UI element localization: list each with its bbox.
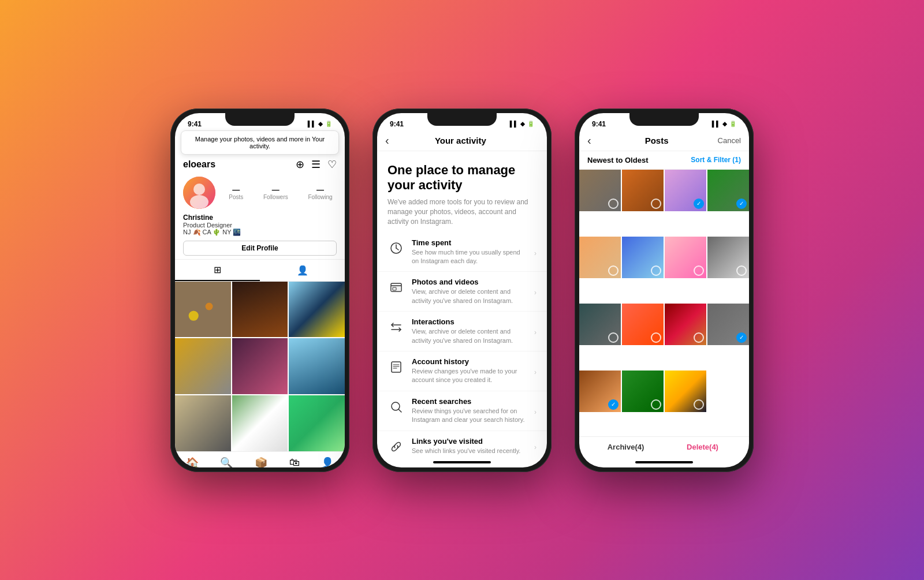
status-time-2: 9:41: [390, 120, 404, 128]
svg-point-1: [193, 184, 205, 195]
username: eloears: [183, 159, 215, 170]
photo-cell-1: [175, 282, 231, 338]
select-circle-15: [694, 399, 704, 410]
nav-store[interactable]: 📦: [255, 456, 267, 467]
select-circle-2: [651, 199, 661, 209]
nav-home[interactable]: 🏠: [186, 456, 199, 467]
post-cell-5[interactable]: [579, 237, 621, 278]
post-cell-1[interactable]: [579, 170, 621, 211]
bottom-nav: 🏠 🔍 📦 🛍 👤: [175, 451, 345, 467]
photo-cell-4: [175, 338, 231, 394]
posts-subheader: Newest to Oldest Sort & Filter (1): [579, 151, 749, 170]
activity-item-photos[interactable]: Photos and videos View, archive or delet…: [377, 272, 547, 312]
tooltip-bubble: Manage your photos, videos and more in Y…: [181, 130, 339, 155]
post-cell-7[interactable]: [665, 237, 706, 278]
svg-line-8: [396, 248, 398, 250]
chevron-time-spent: ›: [534, 249, 536, 257]
post-cell-4[interactable]: ✓: [707, 170, 749, 211]
activity-desc-recent-searches: Review things you've searched for on Ins…: [412, 407, 527, 425]
post-cell-9[interactable]: [579, 304, 621, 345]
post-cell-12[interactable]: ✓: [707, 304, 749, 345]
photo-cell-5: [232, 338, 288, 394]
photo-cell-3: [289, 282, 345, 338]
select-circle-10: [651, 332, 661, 343]
screen-title-activity: Your activity: [394, 136, 527, 145]
activity-item-links[interactable]: Links you've visited See which links you…: [377, 431, 547, 457]
posts-back-button[interactable]: ‹: [587, 134, 591, 147]
phone-3: 9:41 ▌▌ ◆ 🔋 ‹ Posts Cancel Newest to Old…: [575, 108, 754, 472]
activity-list: Time spent See how much time you usually…: [377, 233, 547, 457]
heart-icon[interactable]: ♡: [327, 158, 337, 171]
post-cell-3[interactable]: ✓: [665, 170, 706, 211]
nav-search[interactable]: 🔍: [220, 456, 233, 467]
status-icons-3: ▌▌ ◆ 🔋: [712, 121, 736, 127]
select-circle-7: [694, 265, 704, 276]
activity-item-recent-searches[interactable]: Recent searches Review things you've sea…: [377, 391, 547, 431]
activity-text-photos: Photos and videos View, archive or delet…: [412, 278, 527, 305]
post-cell-6[interactable]: [622, 237, 664, 278]
activity-name-account-history: Account history: [412, 357, 527, 366]
sort-filter-button[interactable]: Sort & Filter (1): [691, 156, 741, 164]
nav-profile[interactable]: 👤: [321, 456, 334, 467]
screen-header-activity: ‹ Your activity: [377, 130, 547, 151]
nav-shop[interactable]: 🛍: [289, 456, 300, 467]
activity-name-time-spent: Time spent: [412, 238, 527, 247]
post-cell-2[interactable]: [622, 170, 664, 211]
select-circle-1: [608, 199, 619, 209]
stat-posts: — Posts: [229, 185, 243, 200]
activity-text-account-history: Account history Review changes you've ma…: [412, 357, 527, 385]
post-cell-15[interactable]: [665, 371, 706, 412]
edit-profile-button[interactable]: Edit Profile: [183, 241, 337, 256]
profile-header: eloears ⊕ ☰ ♡: [175, 156, 345, 173]
add-icon[interactable]: ⊕: [296, 158, 304, 171]
menu-icon[interactable]: ☰: [311, 158, 321, 171]
post-cell-14[interactable]: [622, 371, 664, 412]
post-cell-8[interactable]: [707, 237, 749, 278]
svg-point-5: [206, 302, 213, 310]
activity-item-account-history[interactable]: Account history Review changes you've ma…: [377, 351, 547, 391]
photo-cell-7: [175, 395, 231, 451]
profile-action-icons: ⊕ ☰ ♡: [296, 158, 337, 171]
profile-bio1: Product Designer: [183, 222, 337, 229]
avatar-stats-row: — Posts — Followers — Following: [175, 173, 345, 212]
status-time-3: 9:41: [592, 120, 606, 128]
select-circle-5: [608, 265, 619, 276]
back-button[interactable]: ‹: [385, 134, 389, 147]
select-circle-9: [608, 332, 619, 343]
stat-followers: — Followers: [263, 185, 288, 200]
delete-button[interactable]: Delete(4): [664, 443, 741, 451]
links-icon: [388, 438, 405, 455]
tab-grid[interactable]: ⊞: [175, 260, 260, 281]
photo-cell-6: [289, 338, 345, 394]
phone-1: 9:41 ▌▌ ◆ 🔋 Manage your photos, videos a…: [170, 108, 349, 472]
activity-desc-links: See which links you've visited recently.: [412, 447, 527, 455]
profile-name: Christine: [183, 214, 337, 222]
photo-cell-9: [289, 395, 345, 451]
cancel-button[interactable]: Cancel: [718, 136, 741, 145]
activity-desc-photos: View, archive or delete content and acti…: [412, 287, 527, 305]
activity-desc-interactions: View, archive or delete content and acti…: [412, 327, 527, 345]
account-history-icon: [388, 358, 405, 376]
posts-photo-grid: ✓ ✓: [579, 170, 749, 436]
select-circle-16: [736, 399, 747, 410]
select-circle-14: [651, 399, 661, 410]
posts-header: ‹ Posts Cancel: [579, 130, 749, 151]
post-cell-16[interactable]: [707, 371, 749, 412]
posts-footer: Archive(4) Delete(4): [579, 436, 749, 457]
post-cell-13[interactable]: ✓: [579, 371, 621, 412]
posts-screen-title: Posts: [645, 136, 669, 145]
activity-desc-account-history: Review changes you've made to your accou…: [412, 367, 527, 385]
tab-tagged[interactable]: 👤: [260, 260, 345, 281]
post-cell-10[interactable]: [622, 304, 664, 345]
activity-item-interactions[interactable]: Interactions View, archive or delete con…: [377, 312, 547, 351]
activity-hero-title: One place to manage your activity: [388, 163, 536, 193]
post-cell-11[interactable]: [665, 304, 706, 345]
avatar: [183, 177, 215, 209]
svg-rect-13: [392, 362, 401, 372]
archive-button[interactable]: Archive(4): [587, 443, 664, 451]
photo-grid: [175, 282, 345, 451]
status-icons-1: ▌▌ ◆ 🔋: [308, 121, 332, 127]
chevron-recent-searches: ›: [534, 408, 536, 416]
chevron-links: ›: [534, 443, 536, 451]
activity-item-time-spent[interactable]: Time spent See how much time you usually…: [377, 233, 547, 272]
